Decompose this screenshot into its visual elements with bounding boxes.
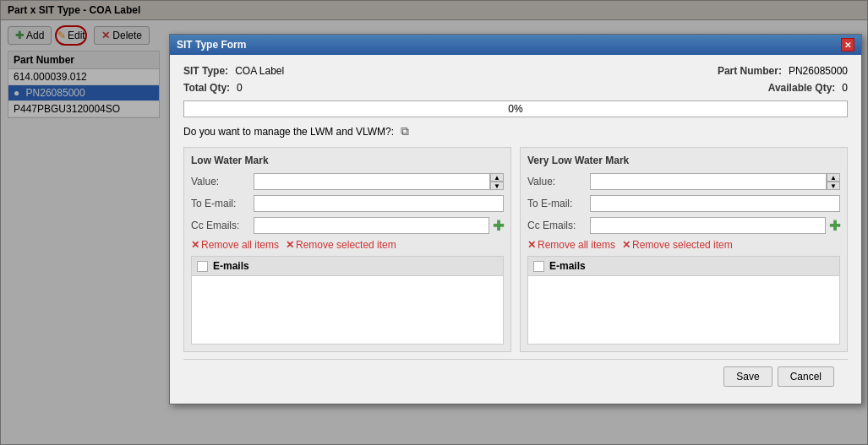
lwm-remove-selected-label: Remove selected item	[296, 239, 396, 251]
lwm-email-table-body	[192, 276, 503, 344]
lwm-cc-input[interactable]	[254, 217, 489, 234]
vlwm-remove-all-button[interactable]: ✕ Remove all items	[527, 239, 615, 251]
vlwm-value-label: Value:	[527, 176, 587, 187]
modal-close-button[interactable]: ✕	[841, 38, 854, 52]
vlwm-emails-column-header: E-mails	[549, 260, 586, 272]
vlwm-to-email-label: To E-mail:	[527, 198, 587, 209]
lwm-email-table-header: E-mails	[192, 257, 503, 276]
vlwm-select-all-checkbox[interactable]	[533, 261, 544, 272]
close-icon: ✕	[844, 41, 851, 50]
sit-type-field: SIT Type: COA Label	[183, 65, 284, 77]
lwm-value-up-btn[interactable]: ▲	[490, 173, 504, 182]
vlwm-value-down-btn[interactable]: ▼	[827, 182, 840, 190]
vlwm-cc-input[interactable]	[590, 217, 826, 234]
lwm-remove-row: ✕ Remove all items ✕ Remove selected ite…	[191, 239, 504, 251]
sit-type-value: COA Label	[235, 65, 284, 77]
vlwm-value-up-btn[interactable]: ▲	[827, 173, 840, 182]
modal-body: SIT Type: COA Label Part Number: PN26085…	[170, 55, 861, 404]
lwm-value-spinner: ▲ ▼	[490, 173, 504, 190]
cancel-label: Cancel	[790, 371, 822, 383]
total-qty-label: Total Qty:	[183, 82, 230, 94]
panels-row: Low Water Mark Value: ▲ ▼ To E-mail:	[183, 147, 848, 352]
lwm-cc-label: Cc Emails:	[191, 220, 250, 231]
part-number-value: PN26085000	[789, 65, 848, 77]
lwm-value-label: Value:	[191, 176, 250, 187]
vlwm-cc-label: Cc Emails:	[527, 220, 587, 231]
vlwm-remove-row: ✕ Remove all items ✕ Remove selected ite…	[527, 239, 840, 251]
lwm-select-all-checkbox[interactable]	[197, 261, 208, 272]
remove-selected-icon: ✕	[622, 239, 631, 251]
vlwm-value-spinner: ▲ ▼	[827, 173, 840, 190]
vlwm-cc-add-button[interactable]: ✚	[829, 218, 840, 234]
very-low-water-mark-panel: Very Low Water Mark Value: ▲ ▼ To E-mail…	[520, 147, 848, 352]
vlwm-remove-all-label: Remove all items	[538, 239, 615, 251]
low-water-mark-panel: Low Water Mark Value: ▲ ▼ To E-mail:	[183, 147, 511, 352]
progress-bar: 0%	[183, 100, 848, 117]
vlwm-email-table-body	[528, 276, 839, 344]
lwm-question-row: Do you want to manage the LWM and VLWM?:…	[183, 124, 848, 138]
vlwm-remove-selected-label: Remove selected item	[632, 239, 733, 251]
lwm-cc-add-button[interactable]: ✚	[493, 218, 504, 234]
lwm-remove-selected-button[interactable]: ✕ Remove selected item	[286, 239, 396, 251]
vlwm-value-input-group: ▲ ▼	[590, 173, 840, 190]
info-row-1: SIT Type: COA Label Part Number: PN26085…	[183, 65, 848, 77]
part-number-field: Part Number: PN26085000	[718, 65, 848, 77]
total-qty-value: 0	[237, 82, 243, 94]
available-qty-label: Available Qty:	[768, 82, 836, 94]
available-qty-field: Available Qty: 0	[768, 82, 848, 94]
vlwm-value-input[interactable]	[590, 173, 827, 190]
lwm-cc-row: Cc Emails: ✚	[191, 217, 504, 234]
lwm-to-email-label: To E-mail:	[191, 198, 250, 209]
remove-all-icon: ✕	[527, 239, 536, 251]
vlwm-to-email-row: To E-mail:	[527, 195, 840, 212]
vlwm-cc-row: Cc Emails: ✚	[527, 217, 840, 234]
modal-titlebar: SIT Type Form ✕	[170, 35, 861, 55]
total-qty-field: Total Qty: 0	[183, 82, 243, 94]
lwm-value-down-btn[interactable]: ▼	[490, 182, 504, 190]
sit-type-form-modal: SIT Type Form ✕ SIT Type: COA Label Part…	[169, 34, 862, 404]
lwm-value-input[interactable]	[254, 173, 490, 190]
progress-bar-text: 0%	[508, 103, 522, 115]
very-low-water-mark-title: Very Low Water Mark	[527, 155, 840, 166]
vlwm-email-table-header: E-mails	[528, 257, 839, 276]
part-number-label: Part Number:	[718, 65, 782, 77]
lwm-value-input-group: ▲ ▼	[254, 173, 504, 190]
copy-icon[interactable]: ⧉	[401, 124, 409, 138]
lwm-value-row: Value: ▲ ▼	[191, 173, 504, 190]
save-label: Save	[736, 371, 759, 383]
lwm-remove-all-button[interactable]: ✕ Remove all items	[191, 239, 279, 251]
lwm-email-table: E-mails	[191, 256, 504, 345]
cancel-button[interactable]: Cancel	[778, 366, 834, 387]
lwm-question-text: Do you want to manage the LWM and VLWM?:	[183, 126, 394, 138]
vlwm-to-email-input[interactable]	[590, 195, 840, 212]
vlwm-remove-selected-button[interactable]: ✕ Remove selected item	[622, 239, 733, 251]
remove-all-icon: ✕	[191, 239, 199, 251]
available-qty-value: 0	[842, 82, 848, 94]
save-button[interactable]: Save	[723, 366, 772, 387]
sit-type-label: SIT Type:	[183, 65, 228, 77]
vlwm-value-row: Value: ▲ ▼	[527, 173, 840, 190]
vlwm-email-table: E-mails	[527, 256, 840, 345]
remove-selected-icon: ✕	[286, 239, 294, 251]
modal-title: SIT Type Form	[177, 39, 246, 51]
lwm-remove-all-label: Remove all items	[201, 239, 279, 251]
info-row-2: Total Qty: 0 Available Qty: 0	[183, 82, 848, 94]
modal-footer: Save Cancel	[183, 359, 848, 393]
lwm-emails-column-header: E-mails	[213, 260, 249, 272]
lwm-to-email-row: To E-mail:	[191, 195, 504, 212]
low-water-mark-title: Low Water Mark	[191, 155, 504, 166]
lwm-to-email-input[interactable]	[254, 195, 504, 212]
